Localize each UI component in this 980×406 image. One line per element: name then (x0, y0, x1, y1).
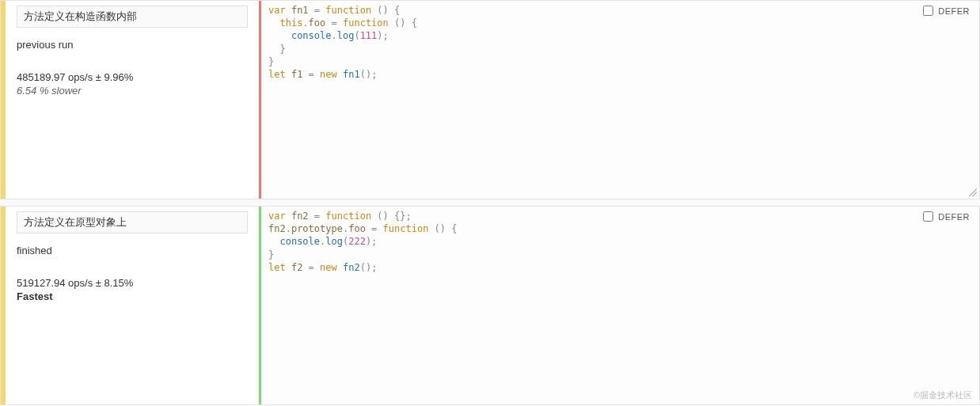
defer-label: DEFER (938, 212, 970, 222)
test-title-input[interactable]: 方法定义在构造函数内部 (17, 6, 248, 28)
fastest-label: Fastest (17, 290, 248, 302)
code-editor[interactable]: var fn2 = function () {}; fn2.prototype.… (262, 207, 979, 277)
test-row: 方法定义在构造函数内部previous run485189.97 ops/s ±… (0, 0, 980, 199)
left-panel: 方法定义在原型对象上finished519127.94 ops/s ± 8.15… (6, 207, 259, 404)
slower-label: 6.54 % slower (17, 85, 248, 97)
test-row: 方法定义在原型对象上finished519127.94 ops/s ± 8.15… (0, 206, 980, 405)
left-panel: 方法定义在构造函数内部previous run485189.97 ops/s ±… (6, 1, 259, 199)
test-title-input[interactable]: 方法定义在原型对象上 (17, 211, 248, 233)
code-panel: var fn2 = function () {}; fn2.prototype.… (261, 207, 979, 404)
watermark: ©掘金技术社区 (914, 389, 972, 401)
code-editor[interactable]: var fn1 = function () { this.foo = funct… (262, 1, 979, 84)
defer-label: DEFER (938, 6, 970, 16)
test-status: finished (17, 245, 248, 256)
ops-value: 485189.97 ops/s ± 9.96% (17, 71, 248, 83)
ops-value: 519127.94 ops/s ± 8.15% (17, 277, 248, 289)
defer-checkbox[interactable] (923, 6, 933, 16)
defer-toggle[interactable]: DEFER (923, 211, 970, 222)
defer-toggle[interactable]: DEFER (923, 6, 970, 16)
code-panel: var fn1 = function () { this.foo = funct… (261, 1, 979, 199)
test-status: previous run (17, 39, 248, 51)
defer-checkbox[interactable] (923, 211, 933, 222)
resize-handle-icon[interactable] (969, 188, 977, 196)
